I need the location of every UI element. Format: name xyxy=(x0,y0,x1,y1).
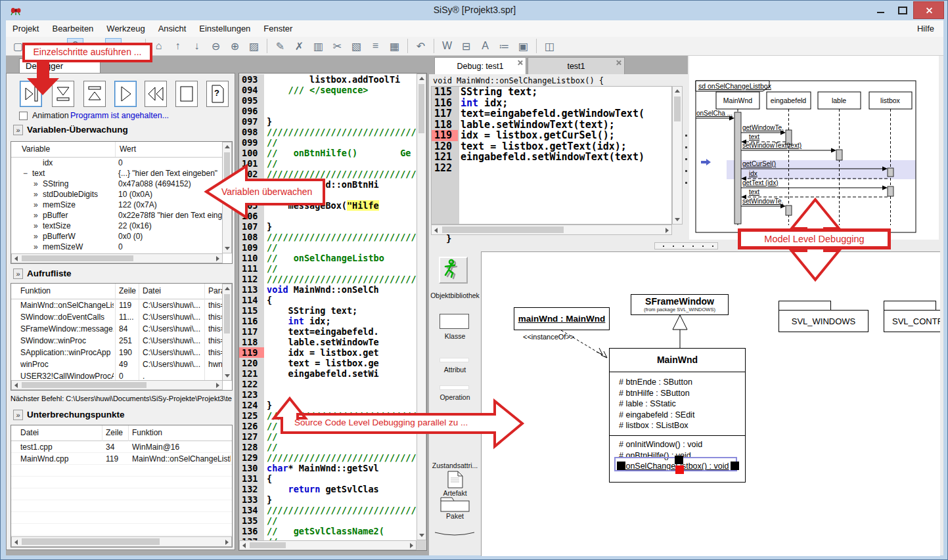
code-line[interactable]: 113void MainWnd::onSelCh xyxy=(239,284,417,295)
toolbar-icon[interactable]: ⌂ xyxy=(150,38,167,54)
mini-scrollbar[interactable] xyxy=(654,242,718,249)
code-line[interactable]: 099// xyxy=(239,137,417,148)
toolbar-icon[interactable] xyxy=(536,39,537,53)
section-toggle-icon[interactable]: » xyxy=(13,410,23,420)
source-editor[interactable]: 093 listbox.addToolTi094 /// </sequence>… xyxy=(238,73,427,551)
menu-item[interactable]: Werkzeug xyxy=(100,24,151,33)
toolbar-icon[interactable]: ✗ xyxy=(291,38,307,54)
toolbar-icon[interactable]: ↶ xyxy=(413,38,429,54)
callstack-row[interactable]: SWindow::doEventCalls 11... C:\Users\huw… xyxy=(11,311,223,323)
toolbar-icon[interactable]: ⊟ xyxy=(458,38,474,54)
tab-debug-test1[interactable]: Debug: test1 xyxy=(434,57,526,74)
variable-row[interactable]: −text {...} "hier den Text eingeben" xyxy=(11,168,223,179)
object-library-button[interactable] xyxy=(439,257,468,284)
code-line[interactable]: 100// onBtnHilfe() Ge xyxy=(239,148,417,158)
toolbar-icon[interactable]: ⊕ xyxy=(227,38,243,54)
code-line[interactable]: 096 xyxy=(239,106,417,116)
selection-handle-top[interactable] xyxy=(675,456,683,464)
title-bar[interactable]: SiSy® [Projekt3.spr] xyxy=(1,1,948,20)
code-line[interactable]: 094 /// </sequence> xyxy=(239,85,417,95)
toolbar-icon[interactable]: ✂ xyxy=(329,38,346,54)
close-button[interactable] xyxy=(913,1,944,19)
palette-attribut-icon[interactable] xyxy=(440,358,469,362)
toolbar-icon[interactable]: ↓ xyxy=(189,38,205,54)
code-line[interactable]: 102////////////////////////////// xyxy=(239,169,417,179)
debug-code-view[interactable]: 115SString text;116int idx;117text=einga… xyxy=(431,86,672,225)
code-line[interactable]: 123 xyxy=(239,389,417,400)
callstack-row[interactable]: SApplication::winProcApp 190 C:\Users\hu… xyxy=(11,347,223,358)
class-attribute[interactable]: # btnHilfe : SButton xyxy=(610,388,745,399)
palette-artefakt-icon[interactable] xyxy=(447,471,464,491)
step-into-button[interactable] xyxy=(20,81,42,107)
menu-item[interactable]: Ansicht xyxy=(152,24,193,33)
debug-help-button[interactable]: ? xyxy=(206,81,229,107)
toolbar-icon[interactable]: W xyxy=(439,38,455,54)
code-line[interactable]: 119idx = listbox.getCurSel(); xyxy=(432,130,671,141)
section-toggle-icon[interactable]: » xyxy=(13,125,23,135)
code-line[interactable]: 107} xyxy=(239,221,417,232)
toolbar-icon[interactable]: ✎ xyxy=(272,38,288,54)
class-attribute[interactable]: # eingabefeld : SEdit xyxy=(610,410,745,421)
callstack-hscrollbar[interactable] xyxy=(11,380,223,390)
step-out-button[interactable] xyxy=(83,81,106,107)
callstack-row[interactable]: SFrameWindow::message... 84 C:\Users\huw… xyxy=(11,323,223,335)
code-line[interactable]: 114{ xyxy=(239,295,417,305)
code-line[interactable]: 135// xyxy=(239,515,417,526)
palette-operation-icon[interactable] xyxy=(440,385,469,390)
code-line[interactable]: 116 int idx; xyxy=(239,316,417,326)
toolbar-icon[interactable]: A xyxy=(477,38,493,54)
variables-header[interactable]: Variable Wert xyxy=(11,142,232,158)
debug-code-hscrollbar[interactable] xyxy=(431,225,672,235)
toolbar-icon[interactable]: ⊖ xyxy=(208,38,224,54)
class-box-sframewindow[interactable]: SFrameWindow (from package SVL_WINDOWS) xyxy=(631,294,729,315)
variables-hscrollbar[interactable] xyxy=(11,253,223,263)
variables-vscrollbar[interactable] xyxy=(222,142,232,253)
code-line[interactable]: 101// xyxy=(239,158,417,169)
toolbar-icon[interactable]: ↑ xyxy=(169,38,186,54)
code-line[interactable]: 119 idx = listbox.get xyxy=(239,347,417,358)
callstack-header[interactable]: Funktion Zeile Datei Param xyxy=(11,284,232,299)
minimize-button[interactable] xyxy=(872,3,890,18)
code-line[interactable]: 111// xyxy=(239,263,417,274)
close-tab-icon[interactable] xyxy=(518,60,523,65)
code-line[interactable]: 093 listbox.addToolTi xyxy=(239,74,417,85)
selection-handle-bottom[interactable] xyxy=(675,465,684,474)
menu-item[interactable]: Einstellungen xyxy=(192,24,257,33)
class-attribute[interactable]: # btnEnde : SButton xyxy=(610,377,745,388)
run-button[interactable] xyxy=(114,81,137,107)
code-line[interactable]: 115 SString text; xyxy=(239,305,417,316)
toolbar-icon[interactable]: ▣ xyxy=(515,38,531,54)
code-line[interactable]: 122 xyxy=(239,379,417,389)
toolbar-icon[interactable]: ◫ xyxy=(541,38,558,54)
maximize-button[interactable] xyxy=(893,3,911,18)
code-line[interactable]: 131{ xyxy=(239,473,417,484)
variable-row[interactable]: idx 0 xyxy=(11,158,223,168)
code-line[interactable]: 108////////////////////////////// xyxy=(239,232,417,242)
variable-row[interactable]: »SString 0x47a088 (4694152) xyxy=(11,179,223,189)
code-line[interactable]: 118 lable.setWindowTe xyxy=(239,337,417,347)
code-line[interactable]: 106 xyxy=(239,211,417,221)
toolbar-icon[interactable]: ▦ xyxy=(386,38,403,54)
code-line[interactable]: 095 xyxy=(239,95,417,106)
sequence-diagram[interactable]: sd onSelChangeListbox MainWnd eingabefel… xyxy=(689,56,939,240)
callstack-row[interactable]: MainWnd::onSelChangeLis... 119 C:\Users\… xyxy=(11,299,223,311)
class-attribute[interactable]: # lable : SStatic xyxy=(610,398,745,410)
toolbar-icon[interactable]: ▨ xyxy=(246,38,262,54)
tab-test1[interactable]: test1 xyxy=(528,57,625,74)
code-line[interactable]: 132 return getSvlClas xyxy=(239,484,417,494)
menu-item[interactable]: Projekt xyxy=(6,24,45,33)
code-line[interactable]: 120text = listbox.getText(idx); xyxy=(432,141,671,152)
code-line[interactable]: 121eingabefeld.setWindowText(text) xyxy=(432,152,671,163)
class-operation[interactable]: # onInitWindow() : void xyxy=(610,439,745,450)
code-line[interactable]: 117 text=eingabefeld. xyxy=(239,326,417,337)
code-line[interactable]: 097} xyxy=(239,116,417,127)
selection-handle-left[interactable] xyxy=(617,462,625,470)
menu-item-hilfe[interactable]: Hilfe xyxy=(908,24,943,33)
toolbar-icon[interactable]: ≡ xyxy=(367,38,384,54)
code-line[interactable]: 121 eingabefeld.setWi xyxy=(239,368,417,379)
variable-row[interactable]: »stdDoubleDigits 10 (0x0A) xyxy=(11,189,223,200)
menu-item[interactable]: Fenster xyxy=(257,24,299,33)
callstack-vscrollbar[interactable] xyxy=(222,284,232,381)
toolbar-icon[interactable] xyxy=(434,39,434,53)
toolbar-icon[interactable] xyxy=(267,39,267,53)
